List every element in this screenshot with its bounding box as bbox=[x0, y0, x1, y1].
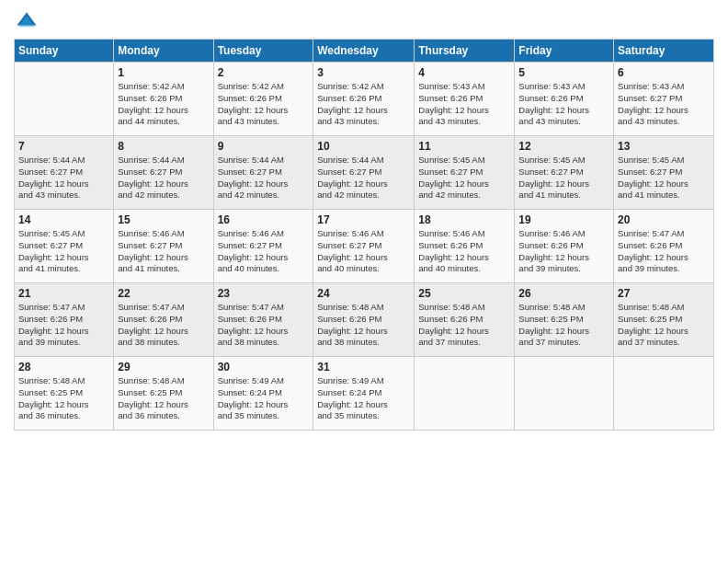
day-info: Sunrise: 5:47 AM Sunset: 6:26 PM Dayligh… bbox=[218, 302, 310, 349]
col-saturday: Saturday bbox=[614, 40, 714, 63]
day-number: 4 bbox=[418, 66, 510, 79]
day-cell: 10Sunrise: 5:44 AM Sunset: 6:27 PM Dayli… bbox=[313, 136, 415, 210]
day-info: Sunrise: 5:48 AM Sunset: 6:25 PM Dayligh… bbox=[518, 302, 609, 349]
day-info: Sunrise: 5:45 AM Sunset: 6:27 PM Dayligh… bbox=[418, 155, 510, 201]
day-number: 19 bbox=[518, 213, 609, 226]
week-row-5: 28Sunrise: 5:48 AM Sunset: 6:25 PM Dayli… bbox=[15, 357, 714, 431]
day-info: Sunrise: 5:43 AM Sunset: 6:26 PM Dayligh… bbox=[418, 81, 510, 128]
day-number: 7 bbox=[18, 140, 109, 153]
day-number: 22 bbox=[118, 287, 209, 300]
day-number: 3 bbox=[317, 66, 410, 79]
day-number: 9 bbox=[218, 140, 310, 153]
day-info: Sunrise: 5:49 AM Sunset: 6:24 PM Dayligh… bbox=[317, 375, 410, 422]
day-info: Sunrise: 5:46 AM Sunset: 6:26 PM Dayligh… bbox=[518, 228, 609, 275]
day-number: 11 bbox=[418, 140, 510, 153]
calendar-table: Sunday Monday Tuesday Wednesday Thursday… bbox=[14, 39, 714, 431]
day-cell: 22Sunrise: 5:47 AM Sunset: 6:26 PM Dayli… bbox=[114, 283, 213, 357]
day-info: Sunrise: 5:47 AM Sunset: 6:26 PM Dayligh… bbox=[118, 302, 209, 349]
day-cell: 6Sunrise: 5:43 AM Sunset: 6:27 PM Daylig… bbox=[614, 63, 714, 136]
header bbox=[14, 9, 714, 35]
day-info: Sunrise: 5:48 AM Sunset: 6:26 PM Dayligh… bbox=[317, 302, 410, 349]
day-number: 31 bbox=[317, 361, 410, 373]
day-number: 18 bbox=[418, 213, 510, 226]
col-wednesday: Wednesday bbox=[313, 40, 415, 63]
day-cell: 19Sunrise: 5:46 AM Sunset: 6:26 PM Dayli… bbox=[515, 210, 614, 283]
day-cell: 28Sunrise: 5:48 AM Sunset: 6:25 PM Dayli… bbox=[15, 357, 114, 431]
day-number: 6 bbox=[618, 66, 710, 79]
day-number: 10 bbox=[317, 140, 410, 153]
day-info: Sunrise: 5:46 AM Sunset: 6:27 PM Dayligh… bbox=[118, 228, 209, 275]
col-sunday: Sunday bbox=[15, 40, 114, 63]
day-cell: 2Sunrise: 5:42 AM Sunset: 6:26 PM Daylig… bbox=[213, 63, 313, 136]
day-number: 8 bbox=[118, 140, 209, 153]
day-cell bbox=[15, 63, 114, 136]
col-friday: Friday bbox=[515, 40, 614, 63]
day-cell: 27Sunrise: 5:48 AM Sunset: 6:25 PM Dayli… bbox=[614, 283, 714, 357]
day-cell: 15Sunrise: 5:46 AM Sunset: 6:27 PM Dayli… bbox=[114, 210, 213, 283]
day-cell: 9Sunrise: 5:44 AM Sunset: 6:27 PM Daylig… bbox=[213, 136, 313, 210]
col-thursday: Thursday bbox=[415, 40, 515, 63]
week-row-2: 7Sunrise: 5:44 AM Sunset: 6:27 PM Daylig… bbox=[15, 136, 714, 210]
day-number: 15 bbox=[118, 213, 209, 226]
day-cell: 29Sunrise: 5:48 AM Sunset: 6:25 PM Dayli… bbox=[114, 357, 213, 431]
day-cell: 20Sunrise: 5:47 AM Sunset: 6:26 PM Dayli… bbox=[614, 210, 714, 283]
day-cell: 8Sunrise: 5:44 AM Sunset: 6:27 PM Daylig… bbox=[114, 136, 213, 210]
day-cell: 1Sunrise: 5:42 AM Sunset: 6:26 PM Daylig… bbox=[114, 63, 213, 136]
main-container: Sunday Monday Tuesday Wednesday Thursday… bbox=[0, 0, 728, 440]
day-cell: 11Sunrise: 5:45 AM Sunset: 6:27 PM Dayli… bbox=[415, 136, 515, 210]
day-cell: 12Sunrise: 5:45 AM Sunset: 6:27 PM Dayli… bbox=[515, 136, 614, 210]
week-row-3: 14Sunrise: 5:45 AM Sunset: 6:27 PM Dayli… bbox=[15, 210, 714, 283]
day-number: 13 bbox=[618, 140, 710, 153]
day-info: Sunrise: 5:49 AM Sunset: 6:24 PM Dayligh… bbox=[218, 375, 310, 422]
day-number: 17 bbox=[317, 213, 410, 226]
day-number: 29 bbox=[118, 361, 209, 373]
day-number: 16 bbox=[218, 213, 310, 226]
day-info: Sunrise: 5:42 AM Sunset: 6:26 PM Dayligh… bbox=[317, 81, 410, 128]
week-row-1: 1Sunrise: 5:42 AM Sunset: 6:26 PM Daylig… bbox=[15, 63, 714, 136]
day-number: 5 bbox=[518, 66, 609, 79]
day-info: Sunrise: 5:46 AM Sunset: 6:26 PM Dayligh… bbox=[418, 228, 510, 275]
day-info: Sunrise: 5:48 AM Sunset: 6:25 PM Dayligh… bbox=[18, 375, 109, 422]
day-cell: 25Sunrise: 5:48 AM Sunset: 6:26 PM Dayli… bbox=[415, 283, 515, 357]
day-cell: 4Sunrise: 5:43 AM Sunset: 6:26 PM Daylig… bbox=[415, 63, 515, 136]
day-cell bbox=[614, 357, 714, 431]
logo bbox=[14, 9, 43, 35]
day-info: Sunrise: 5:48 AM Sunset: 6:25 PM Dayligh… bbox=[618, 302, 710, 349]
day-info: Sunrise: 5:44 AM Sunset: 6:27 PM Dayligh… bbox=[18, 155, 109, 201]
day-info: Sunrise: 5:44 AM Sunset: 6:27 PM Dayligh… bbox=[218, 155, 310, 201]
day-cell: 17Sunrise: 5:46 AM Sunset: 6:27 PM Dayli… bbox=[313, 210, 415, 283]
day-number: 25 bbox=[418, 287, 510, 300]
day-info: Sunrise: 5:48 AM Sunset: 6:26 PM Dayligh… bbox=[418, 302, 510, 349]
day-cell: 21Sunrise: 5:47 AM Sunset: 6:26 PM Dayli… bbox=[15, 283, 114, 357]
col-monday: Monday bbox=[114, 40, 213, 63]
header-row: Sunday Monday Tuesday Wednesday Thursday… bbox=[15, 40, 714, 63]
day-info: Sunrise: 5:47 AM Sunset: 6:26 PM Dayligh… bbox=[618, 228, 710, 275]
day-info: Sunrise: 5:43 AM Sunset: 6:26 PM Dayligh… bbox=[518, 81, 609, 128]
day-number: 27 bbox=[618, 287, 710, 300]
day-info: Sunrise: 5:43 AM Sunset: 6:27 PM Dayligh… bbox=[618, 81, 710, 128]
day-info: Sunrise: 5:45 AM Sunset: 6:27 PM Dayligh… bbox=[18, 228, 109, 275]
day-number: 26 bbox=[518, 287, 609, 300]
day-number: 24 bbox=[317, 287, 410, 300]
day-number: 14 bbox=[18, 213, 109, 226]
day-cell: 18Sunrise: 5:46 AM Sunset: 6:26 PM Dayli… bbox=[415, 210, 515, 283]
day-cell: 14Sunrise: 5:45 AM Sunset: 6:27 PM Dayli… bbox=[15, 210, 114, 283]
day-cell: 16Sunrise: 5:46 AM Sunset: 6:27 PM Dayli… bbox=[213, 210, 313, 283]
day-number: 23 bbox=[218, 287, 310, 300]
day-info: Sunrise: 5:44 AM Sunset: 6:27 PM Dayligh… bbox=[118, 155, 209, 201]
day-number: 30 bbox=[218, 361, 310, 373]
day-cell: 13Sunrise: 5:45 AM Sunset: 6:27 PM Dayli… bbox=[614, 136, 714, 210]
day-cell: 31Sunrise: 5:49 AM Sunset: 6:24 PM Dayli… bbox=[313, 357, 415, 431]
day-number: 1 bbox=[118, 66, 209, 79]
day-cell: 5Sunrise: 5:43 AM Sunset: 6:26 PM Daylig… bbox=[515, 63, 614, 136]
day-info: Sunrise: 5:47 AM Sunset: 6:26 PM Dayligh… bbox=[18, 302, 109, 349]
day-number: 12 bbox=[518, 140, 609, 153]
day-cell: 23Sunrise: 5:47 AM Sunset: 6:26 PM Dayli… bbox=[213, 283, 313, 357]
day-number: 28 bbox=[18, 361, 109, 373]
day-info: Sunrise: 5:42 AM Sunset: 6:26 PM Dayligh… bbox=[218, 81, 310, 128]
logo-icon bbox=[14, 9, 40, 35]
day-cell: 30Sunrise: 5:49 AM Sunset: 6:24 PM Dayli… bbox=[213, 357, 313, 431]
day-number: 2 bbox=[218, 66, 310, 79]
day-number: 21 bbox=[18, 287, 109, 300]
day-info: Sunrise: 5:45 AM Sunset: 6:27 PM Dayligh… bbox=[618, 155, 710, 201]
